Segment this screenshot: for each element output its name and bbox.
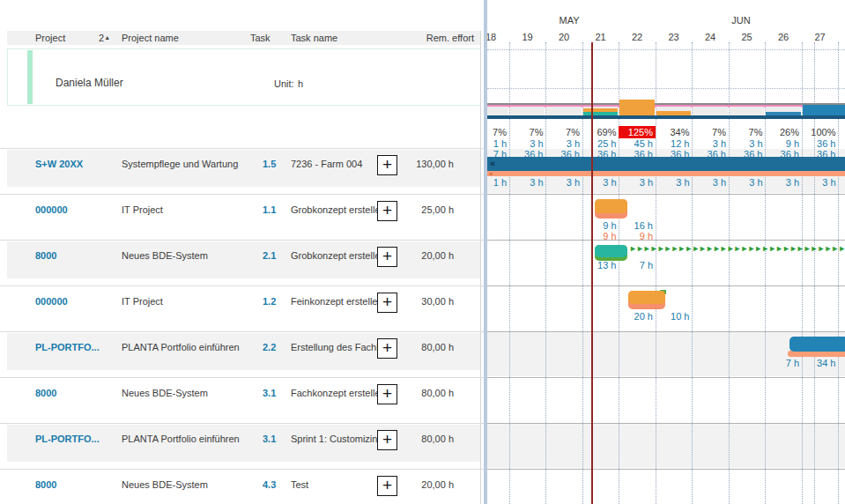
utilization-percent: 7% — [693, 127, 726, 138]
unit-label: Unit: — [274, 78, 294, 90]
project-name: Neues BDE-System — [122, 250, 208, 262]
sort-asc-icon: ▲ — [104, 34, 110, 41]
sort-indicator[interactable]: 2▲ — [99, 33, 110, 43]
col-header-task[interactable]: Task — [250, 33, 271, 43]
rem-effort-value: 80,00 h — [379, 388, 454, 399]
table-row[interactable]: 000000 IT Project 1.2 Feinkonzept erstel… — [0, 285, 487, 331]
project-id-link[interactable]: PL-PORTFO... — [35, 342, 100, 353]
task-number-link[interactable]: 2.2 — [263, 342, 276, 353]
week-header[interactable]: 27 — [802, 32, 839, 42]
table-row[interactable]: 8000 Neues BDE-System 4.3 Test + 20,00 h — [0, 469, 487, 504]
task-actual-effort: 9 h — [584, 231, 617, 242]
resource-gantt-view: Project 2▲ Project name Task Task name R… — [0, 0, 845, 504]
gantt-row-separator — [487, 285, 845, 286]
bar-start-marker-icon: « — [490, 158, 495, 168]
utilization-percent: 7% — [547, 127, 580, 138]
rem-effort-value: 30,00 h — [379, 296, 454, 308]
dependency-chain-icon: ►►►►►►►►►►►►►►►►►►►►►►►►►►►►►►►►►►►►►►►►… — [629, 244, 845, 254]
scale-guide-line — [487, 88, 845, 89]
task-effort: 7 h — [620, 260, 653, 271]
task-number-link[interactable]: 1.1 — [263, 204, 276, 216]
project-id-link[interactable]: 8000 — [35, 250, 56, 262]
task-effort: 3 h — [657, 177, 690, 189]
week-header[interactable]: 19 — [509, 32, 546, 42]
project-name: IT Project — [122, 296, 163, 308]
utilization-percent-overload: 125% — [620, 127, 653, 138]
week-header[interactable]: 22 — [619, 32, 656, 42]
gantt-row-separator — [487, 469, 845, 470]
task-effort: 3 h — [804, 177, 836, 189]
week-header[interactable]: 20 — [545, 32, 582, 42]
task-number-link[interactable]: 1.2 — [263, 296, 276, 308]
week-header[interactable]: 21 — [582, 32, 619, 42]
col-header-rem-effort[interactable]: Rem. effort — [388, 33, 474, 43]
task-effort: 13 h — [584, 260, 617, 271]
project-id-link[interactable]: 000000 — [35, 204, 68, 216]
task-effort: 3 h — [511, 177, 544, 189]
month-label: JUN — [715, 15, 767, 26]
task-name: Feinkonzept erstellen — [291, 296, 383, 308]
col-header-task-name[interactable]: Task name — [291, 33, 337, 43]
table-row[interactable]: 000000 IT Project 1.1 Grobkonzept erstel… — [0, 194, 487, 240]
gantt-row-separator — [487, 377, 845, 378]
week-header[interactable]: 24 — [692, 32, 729, 42]
gantt-bar-task3[interactable] — [595, 245, 627, 257]
table-header: Project 2▲ Project name Task Task name R… — [7, 31, 480, 45]
gantt-bar-task2[interactable] — [595, 199, 627, 213]
table-row[interactable]: PL-PORTFO... PLANTA Portfolio einführen … — [0, 331, 487, 377]
project-id-link[interactable]: 000000 — [35, 296, 68, 308]
week-header[interactable]: 23 — [656, 32, 693, 42]
resource-name: Daniela Müller — [56, 78, 123, 89]
gantt-bar-task4[interactable] — [628, 291, 665, 304]
rem-effort-value: 80,00 h — [379, 434, 454, 445]
week-header[interactable]: 18 — [487, 32, 509, 42]
table-row[interactable]: 8000 Neues BDE-System 3.1 Fachkonzept er… — [0, 377, 487, 423]
task-number-link[interactable]: 2.1 — [263, 250, 276, 262]
col-header-project-name[interactable]: Project name — [122, 33, 179, 43]
pane-divider — [480, 31, 481, 504]
task-name: Sprint 1: Customizing — [291, 434, 383, 445]
table-row[interactable]: 8000 Neues BDE-System 2.1 Grobkonzept er… — [0, 240, 487, 285]
project-id-link[interactable]: PL-PORTFO... — [35, 434, 100, 445]
project-id-link[interactable]: S+W 20XX — [35, 159, 83, 170]
task-name: Grobkonzept erstellen — [291, 250, 386, 262]
task-name: Test — [291, 479, 308, 491]
utilization-percent: 100% — [804, 127, 836, 138]
task-name: Erstellung des Fachkonz... — [291, 342, 378, 353]
task-name: 7236 - Farm 004 — [291, 159, 362, 170]
task-effort: 10 h — [657, 311, 690, 322]
gantt-bar-task5[interactable] — [789, 337, 845, 352]
utilization-percent: 26% — [767, 127, 799, 138]
week-header[interactable]: 26 — [765, 32, 802, 42]
task-effort: 3 h — [547, 177, 580, 189]
gantt-bar-task1[interactable] — [487, 157, 845, 171]
rem-effort-value: 20,00 h — [379, 250, 454, 262]
gantt-pane: MAY JUN 18 19 20 21 22 23 24 25 26 27 — [487, 0, 845, 504]
project-id-link[interactable]: 8000 — [35, 388, 56, 399]
table-row[interactable]: S+W 20XX Systempflege und Wartung 1.5 72… — [0, 148, 487, 194]
task-effort: 1 h — [487, 177, 507, 189]
task-number-link[interactable]: 3.1 — [263, 434, 276, 445]
rem-effort-value: 25,00 h — [379, 204, 454, 216]
gantt-row-separator — [487, 240, 845, 241]
histogram-bar-orange-overload — [619, 100, 655, 116]
project-id-link[interactable]: 8000 — [35, 479, 56, 491]
task-number-link[interactable]: 4.3 — [263, 479, 276, 491]
table-row[interactable]: PL-PORTFO... PLANTA Portfolio einführen … — [0, 423, 487, 469]
task-name: Fachkonzept erstellen — [291, 388, 386, 399]
task-name: Grobkonzept erstellen — [291, 204, 386, 216]
task-effort: 3 h — [620, 177, 653, 189]
scale-guide-line — [487, 49, 845, 50]
project-name: IT Project — [122, 204, 163, 216]
col-header-project[interactable]: Project — [35, 33, 65, 43]
utilization-percent: 7% — [730, 127, 763, 138]
resource-color-bar — [27, 50, 33, 104]
histogram-baseline — [487, 115, 845, 119]
task-number-link[interactable]: 1.5 — [263, 159, 276, 170]
utilization-percent: 69% — [584, 127, 617, 138]
task-effort: 3 h — [767, 177, 799, 189]
resource-panel[interactable]: Daniela Müller Unit: h — [7, 48, 481, 106]
task-number-link[interactable]: 3.1 — [263, 388, 276, 399]
week-header[interactable]: 25 — [729, 32, 766, 42]
task-effort: 3 h — [730, 177, 763, 189]
